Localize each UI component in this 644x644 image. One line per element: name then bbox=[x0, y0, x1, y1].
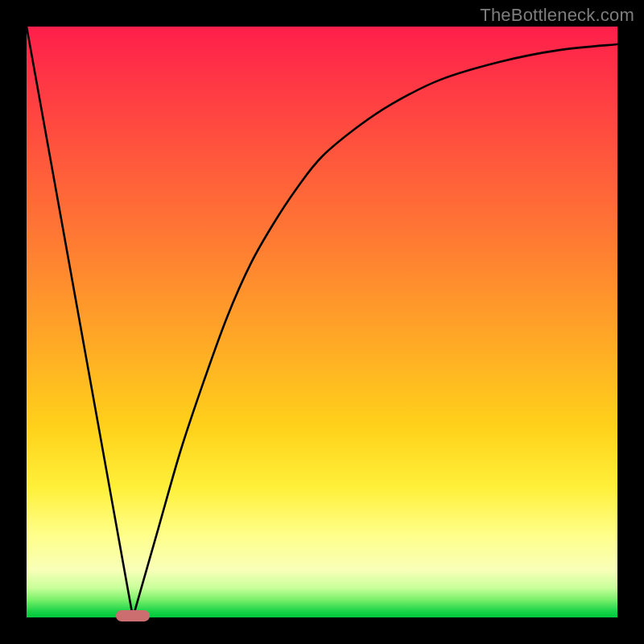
curve-left-descent bbox=[27, 27, 133, 617]
plot-area bbox=[27, 27, 617, 617]
vertex-marker bbox=[116, 610, 150, 621]
chart-frame: TheBottleneck.com bbox=[0, 0, 644, 644]
watermark-text: TheBottleneck.com bbox=[480, 5, 634, 26]
curve-layer bbox=[27, 27, 617, 617]
curve-right-ascent bbox=[133, 44, 617, 617]
